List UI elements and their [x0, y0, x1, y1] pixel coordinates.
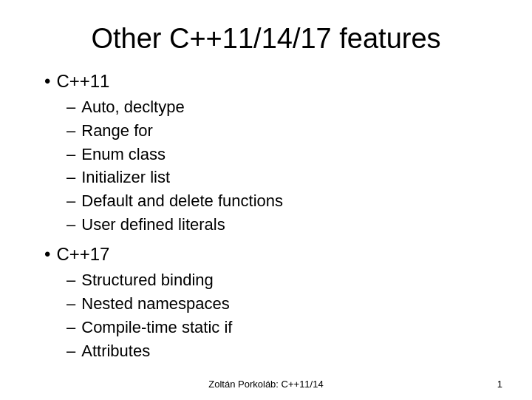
dash-icon: – [66, 143, 75, 166]
bullet-icon: • [44, 70, 50, 92]
page-number: 1 [497, 379, 502, 390]
list-item-text: Enum class [81, 143, 166, 166]
slide-title: Other C++11/14/17 features [30, 15, 502, 56]
section-label-cpp17: C++17 [56, 243, 109, 265]
list-item: –Range for [66, 119, 502, 143]
list-item: –Structured binding [66, 268, 502, 292]
list-item: –Attributes [66, 339, 502, 363]
list-item-text: Nested namespaces [81, 292, 230, 316]
list-item-text: User defined literals [81, 213, 225, 237]
dash-icon: – [66, 268, 75, 292]
list-item-text: Attributes [81, 339, 150, 363]
list-item-text: Range for [81, 119, 153, 143]
dash-icon: – [66, 166, 75, 189]
list-item-text: Compile-time static if [81, 316, 232, 339]
dash-icon: – [66, 292, 75, 316]
slide: Other C++11/14/17 features •C++11–Auto, … [0, 0, 532, 400]
list-item-text: Default and delete functions [81, 189, 283, 213]
footer: Zoltán Porkoláb: C++11/14 [0, 379, 532, 390]
footer-text: Zoltán Porkoláb: C++11/14 [208, 379, 323, 390]
list-item-text: Initializer list [81, 166, 170, 189]
list-item-text: Auto, decltype [81, 95, 184, 119]
section-item-cpp11: •C++11 [44, 70, 502, 92]
list-item: –Enum class [66, 143, 502, 166]
sub-list-cpp17: –Structured binding–Nested namespaces–Co… [66, 268, 502, 363]
section-item-cpp17: •C++17 [44, 243, 502, 265]
list-item: –Compile-time static if [66, 316, 502, 339]
sub-list-cpp11: –Auto, decltype–Range for–Enum class–Ini… [66, 95, 502, 237]
list-item: –Nested namespaces [66, 292, 502, 316]
bullet-icon: • [44, 243, 50, 265]
dash-icon: – [66, 95, 75, 119]
main-list: •C++11–Auto, decltype–Range for–Enum cla… [44, 70, 502, 363]
list-item: –Default and delete functions [66, 189, 502, 213]
list-item-text: Structured binding [81, 268, 214, 292]
list-item: –User defined literals [66, 213, 502, 237]
dash-icon: – [66, 213, 75, 237]
dash-icon: – [66, 316, 75, 339]
section-label-cpp11: C++11 [56, 70, 109, 92]
dash-icon: – [66, 189, 75, 213]
dash-icon: – [66, 339, 75, 363]
list-item: –Initializer list [66, 166, 502, 189]
dash-icon: – [66, 119, 75, 143]
list-item: –Auto, decltype [66, 95, 502, 119]
